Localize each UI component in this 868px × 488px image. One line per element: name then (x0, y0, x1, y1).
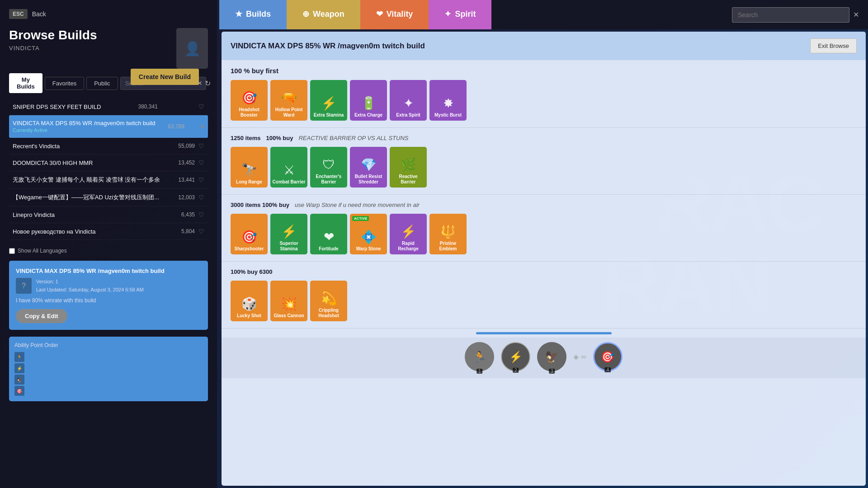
char-name: VINDICTA (9, 45, 97, 52)
tab-public[interactable]: Public (86, 77, 118, 90)
tab-builds-label: Builds (246, 9, 271, 19)
build-item-count: 380,341 (138, 103, 157, 110)
item-grid-3: 🎯 Sharpshooter ⚡ Superior Stamina ❤ Fort… (231, 214, 857, 254)
item-name: Bullet Resist Shredder (350, 174, 387, 185)
item-card[interactable]: 🎯 Headshot Booster (231, 80, 268, 121)
item-card[interactable]: 🎯 Sharpshooter (231, 214, 268, 254)
item-icon: 💫 (321, 291, 337, 306)
connector-icon-1: ◈ (573, 352, 579, 361)
item-icon: 🔫 (281, 90, 297, 105)
item-card[interactable]: 🛡 Enchanter's Barrier (310, 147, 347, 188)
build-item[interactable]: Linepro Vindicta 6,435 ♡ (9, 206, 208, 223)
favorite-icon[interactable]: ♡ (198, 211, 204, 218)
build-section-3: 3000 items 100% buy use Warp Stone if u … (222, 195, 866, 262)
build-item[interactable]: Новое руководство на Vindicta 5,804 ♡ (9, 223, 208, 240)
builds-icon: ★ (235, 9, 242, 19)
item-card[interactable]: ✸ Mystic Burst (429, 80, 467, 121)
build-item[interactable]: DOOMDICTA 30/0 HIGH MMR 13,452 ♡ (9, 155, 208, 171)
build-item-count: 12,003 (178, 194, 195, 201)
item-card[interactable]: ⚡ Superior Stamina (270, 214, 307, 254)
build-info-title: VINDICTA MAX DPS 85% WR /magven0m twitch… (16, 267, 201, 274)
item-icon: ⚡ (401, 224, 416, 239)
section-title-3: 3000 items 100% buy (231, 202, 289, 208)
show-all-lang-checkbox[interactable] (9, 248, 15, 254)
scroll-indicator (476, 332, 612, 334)
build-item[interactable]: Recrent's Vindicta 55,099 ♡ (9, 138, 208, 155)
build-section-1: 100 % buy first 🎯 Headshot Booster 🔫 Hol… (222, 60, 866, 128)
section-header-4: 100% buy 6300 (231, 268, 857, 275)
item-card[interactable]: ❤ Fortitude (310, 214, 347, 254)
item-card[interactable]: ⚔ Combat Barrier (270, 147, 307, 188)
section-buy-2: 100% buy (266, 135, 293, 141)
favorite-icon[interactable]: ♡ (198, 159, 204, 166)
ability-4-num: 4 (604, 367, 611, 372)
ability-slot-3[interactable]: 🦅 3 (537, 342, 566, 371)
item-card[interactable]: ⚡ Extra Stamina (310, 80, 347, 121)
ability-slot-4[interactable]: 🎯 4 (593, 342, 623, 371)
build-item-count: 55,099 (178, 143, 195, 149)
item-icon: 🔭 (241, 163, 257, 178)
item-grid-4: 🎲 Lucky Shot 💥 Glass Cannon 💫 Crippling … (231, 281, 857, 321)
item-card[interactable]: 🔭 Long Range (231, 147, 268, 188)
tab-builds[interactable]: ★ Builds (219, 0, 287, 29)
item-name: Hollow Point Ward (270, 107, 307, 118)
item-icon: 🎯 (241, 90, 257, 105)
build-item-count: 6,435 (181, 211, 195, 218)
tab-favorites[interactable]: Favorites (45, 77, 84, 90)
top-search-input[interactable] (732, 7, 849, 23)
item-name: Sharpshooter (233, 246, 265, 252)
section-header-1: 100 % buy first (231, 67, 857, 75)
item-card[interactable]: 💫 Crippling Headshot (310, 281, 347, 321)
ability-slot-1[interactable]: 🏃 1 (465, 342, 494, 371)
item-name: Fortitude (317, 246, 340, 252)
browse-title: Browse Builds (9, 28, 97, 42)
tab-spirit[interactable]: ✦ Spirit (429, 0, 491, 29)
show-all-languages: Show All Languages (9, 248, 208, 254)
ability-slot-2[interactable]: ⚡ 2 (501, 342, 530, 371)
favorite-icon[interactable]: ♡ (198, 103, 204, 110)
build-section-2: 1250 items 100% buy REACTIVE BARRIER OP … (222, 128, 866, 195)
item-card[interactable]: 🎲 Lucky Shot (231, 281, 268, 321)
exit-browse-button[interactable]: Exit Browse (810, 38, 857, 53)
refresh-button[interactable]: ↻ (205, 79, 211, 88)
item-card[interactable]: ⚡ Rapid Recharge (390, 214, 427, 254)
tab-weapon[interactable]: ⊕ Weapon (287, 0, 360, 29)
back-button[interactable]: Back (32, 10, 46, 18)
build-item-name: Recrent's Vindicta (13, 143, 178, 150)
tab-vitality[interactable]: ❤ Vitality (360, 0, 429, 29)
item-name: Lucky Shot (236, 313, 263, 319)
top-search-clear[interactable]: ✕ (853, 10, 859, 19)
favorite-icon[interactable]: ♥ (201, 123, 204, 130)
item-card[interactable]: 💎 Bullet Resist Shredder (350, 147, 387, 188)
favorite-icon[interactable]: ♡ (198, 176, 204, 183)
item-card[interactable]: 🔋 Extra Charge (350, 80, 387, 121)
ability-order-box: Ability Point Order 🏃 ⚡ 🦅 🎯 (9, 337, 208, 401)
build-info-icon: ? (16, 278, 32, 294)
build-item[interactable]: MikaelS Vindicta 5,741 ♡ (9, 240, 208, 243)
item-card[interactable]: 💥 Glass Cannon (270, 281, 307, 321)
item-name: Headshot Booster (231, 107, 268, 118)
favorite-icon[interactable]: ♡ (198, 194, 204, 201)
item-icon: 🌿 (401, 157, 416, 172)
ability-4-icon: 🎯 (601, 351, 614, 363)
build-item[interactable]: 无敌飞天小女警 逮捕每个人 顺着买 凌雪球 没有一个多余 13,441 ♡ (9, 171, 208, 189)
section-title-1: 100 % buy first (231, 67, 278, 75)
create-new-build-button[interactable]: Create New Build (131, 69, 199, 85)
item-grid-1: 🎯 Headshot Booster 🔫 Hollow Point Ward ⚡… (231, 80, 857, 121)
build-item[interactable]: VINDICTA MAX DPS 85% WR /magven0m twitch… (9, 115, 208, 138)
item-card[interactable]: 🔱 Pristine Emblem (429, 214, 467, 254)
build-item[interactable]: 【Wegame一键配置】——冠军AD Uzi女警对线压制团... 12,003 … (9, 189, 208, 206)
ability-1-icon: 🏃 (473, 351, 486, 363)
item-card[interactable]: 🌿 Reactive Barrier (390, 147, 427, 188)
item-name: Warp Stone (354, 246, 382, 252)
item-card[interactable]: 🔫 Hollow Point Ward (270, 80, 307, 121)
section-title-4: 100% buy 6300 (231, 268, 273, 275)
build-item[interactable]: SNIPER DPS SEXY FEET BUILD 380,341 ♡ (9, 99, 208, 115)
item-card[interactable]: ✦ Extra Spirit (390, 80, 427, 121)
ability-1-num: 1 (476, 369, 483, 374)
tab-my-builds[interactable]: My Builds (9, 73, 42, 93)
favorite-icon[interactable]: ♡ (198, 142, 204, 150)
item-card[interactable]: ACTIVE 💠 Warp Stone (350, 214, 387, 254)
copy-edit-button[interactable]: Copy & Edit (16, 309, 67, 323)
favorite-icon[interactable]: ♡ (198, 228, 204, 235)
